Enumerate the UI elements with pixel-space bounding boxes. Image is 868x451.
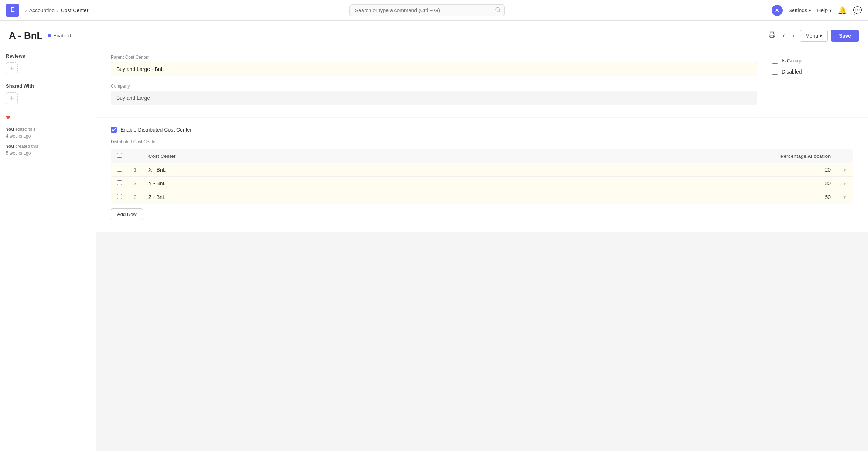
search-bar [349, 4, 505, 16]
is-group-checkbox[interactable] [772, 58, 778, 64]
row-dropdown-1[interactable]: ▼ [837, 177, 853, 190]
avatar: A [772, 5, 783, 16]
enable-distributed-label: Enable Distributed Cost Center [120, 127, 192, 133]
col-header-check [111, 149, 128, 163]
main-content: Parent Cost Center Company Is Group [96, 44, 868, 451]
svg-point-0 [496, 7, 500, 11]
svg-line-1 [499, 11, 500, 12]
shared-with-section: Shared With + [6, 83, 90, 104]
save-button[interactable]: Save [831, 30, 859, 42]
search-input[interactable] [349, 4, 505, 16]
row-checkbox-1[interactable] [117, 180, 122, 185]
prev-button[interactable]: ‹ [780, 30, 787, 41]
row-checkbox-cell [111, 163, 128, 177]
app-icon: E [6, 4, 19, 17]
activity-entry-0: You edited this 4 weeks ago [6, 126, 90, 139]
row-checkbox-cell [111, 190, 128, 204]
add-row-button[interactable]: Add Row [111, 208, 143, 220]
is-group-label: Is Group [782, 58, 802, 64]
settings-button[interactable]: Settings ▾ [789, 7, 811, 13]
menu-chevron-icon: ▾ [820, 33, 822, 39]
topnav: E › Accounting › Cost Center A Settings … [0, 0, 868, 21]
row-allocation-1: 30 [755, 177, 837, 190]
notifications-icon[interactable]: 🔔 [838, 6, 847, 15]
sidebar: Reviews + Shared With + ♥ You edited thi… [0, 44, 96, 451]
help-chevron-icon: ▾ [829, 7, 832, 13]
breadcrumb: › Accounting › Cost Center [23, 7, 88, 13]
row-allocation-2: 50 [755, 190, 837, 204]
enable-distributed-checkbox[interactable] [111, 127, 117, 133]
row-checkbox-2[interactable] [117, 194, 122, 199]
activity-actor-0: You [6, 127, 14, 132]
breadcrumb-sep1: › [25, 7, 27, 13]
row-checkbox-cell [111, 177, 128, 190]
reviews-section: Reviews + [6, 53, 90, 74]
row-dropdown-2[interactable]: ▼ [837, 190, 853, 204]
disabled-row: Disabled [772, 69, 853, 75]
enable-row: Enable Distributed Cost Center [111, 127, 853, 133]
activity-action-0: edited this [15, 127, 35, 132]
page-header: A - BnL Enabled ‹ › Menu ▾ Save [0, 21, 868, 44]
svg-rect-2 [770, 35, 774, 38]
activity-actor-1: You [6, 144, 14, 149]
row-allocation-0: 20 [755, 163, 837, 177]
breadcrumb-sep2: › [57, 7, 59, 13]
parent-cost-center-label: Parent Cost Center [111, 55, 757, 60]
activity-time-0: 4 weeks ago [6, 133, 31, 139]
menu-label: Menu [805, 33, 818, 39]
next-button[interactable]: › [790, 30, 797, 41]
form-row: Parent Cost Center Company Is Group [111, 55, 853, 105]
form-card: Parent Cost Center Company Is Group [96, 44, 868, 117]
activity-time-1: 5 weeks ago [6, 150, 31, 156]
add-review-button[interactable]: + [6, 62, 18, 74]
row-num-2: 3 [128, 190, 143, 204]
row-checkbox-0[interactable] [117, 167, 122, 172]
disabled-label: Disabled [782, 69, 802, 75]
col-header-num [128, 149, 143, 163]
row-cost-center-1[interactable]: Y - BnL [143, 177, 755, 190]
header-actions: ‹ › Menu ▾ Save [766, 30, 859, 42]
layout: Reviews + Shared With + ♥ You edited thi… [0, 44, 868, 451]
col-header-action [837, 149, 853, 163]
help-button[interactable]: Help ▾ [817, 7, 832, 13]
row-num-1: 2 [128, 177, 143, 190]
row-cost-center-0[interactable]: X - BnL [143, 163, 755, 177]
distributed-section-label: Distributed Cost Center [111, 139, 853, 145]
chat-icon[interactable]: 💬 [853, 6, 862, 15]
disabled-checkbox[interactable] [772, 69, 778, 75]
status-text: Enabled [53, 33, 71, 38]
activity-action-1: created this [15, 144, 38, 149]
breadcrumb-cost-center[interactable]: Cost Center [61, 7, 89, 13]
help-label: Help [817, 7, 828, 13]
print-button[interactable] [766, 30, 778, 41]
row-num-0: 1 [128, 163, 143, 177]
distributed-table: Cost Center Percentage Allocation 1 X - … [111, 149, 853, 204]
breadcrumb-accounting[interactable]: Accounting [29, 7, 55, 13]
search-icon [495, 7, 501, 14]
heart-icon[interactable]: ♥ [6, 113, 90, 122]
select-all-checkbox[interactable] [117, 153, 122, 158]
is-group-row: Is Group [772, 58, 853, 64]
table-row: 2 Y - BnL 30 ▼ [111, 177, 853, 190]
company-group: Company [111, 84, 757, 105]
reviews-title: Reviews [6, 53, 90, 59]
table-row: 1 X - BnL 20 ▼ [111, 163, 853, 177]
settings-chevron-icon: ▾ [809, 7, 811, 13]
menu-button[interactable]: Menu ▾ [800, 30, 828, 42]
status-dot [48, 34, 51, 37]
shared-with-title: Shared With [6, 83, 90, 89]
col-header-cost-center: Cost Center [143, 149, 755, 163]
activity-entry-1: You created this 5 weeks ago [6, 143, 90, 156]
row-cost-center-2[interactable]: Z - BnL [143, 190, 755, 204]
page-title: A - BnL [9, 30, 42, 41]
distributed-card: Enable Distributed Cost Center Distribut… [96, 118, 868, 232]
parent-cost-center-input[interactable] [111, 62, 757, 76]
col-header-percentage: Percentage Allocation [755, 149, 837, 163]
form-right: Is Group Disabled [772, 55, 853, 75]
add-shared-button[interactable]: + [6, 92, 18, 104]
table-row: 3 Z - BnL 50 ▼ [111, 190, 853, 204]
status-badge: Enabled [48, 33, 71, 38]
row-dropdown-0[interactable]: ▼ [837, 163, 853, 177]
company-input[interactable] [111, 91, 757, 105]
company-label: Company [111, 84, 757, 89]
